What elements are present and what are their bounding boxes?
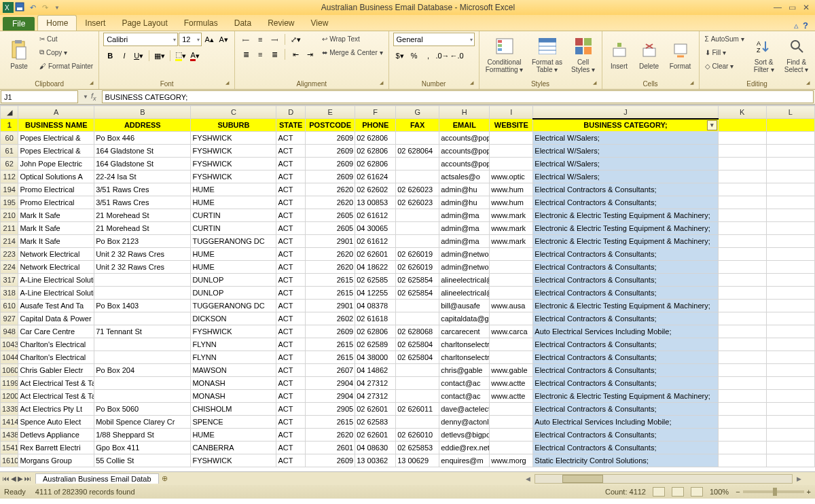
cell[interactable]: 04 12255 bbox=[355, 287, 396, 300]
new-sheet-icon[interactable]: ⊕ bbox=[162, 474, 168, 483]
cell[interactable]: 02 61612 bbox=[355, 235, 396, 248]
cell[interactable] bbox=[766, 325, 814, 338]
cell[interactable]: 13 00629 bbox=[396, 454, 439, 467]
cell[interactable]: Ausafe Test And Ta bbox=[18, 300, 94, 312]
cell[interactable]: Mark It Safe bbox=[18, 209, 94, 222]
cell[interactable] bbox=[718, 377, 766, 390]
hdr-category[interactable]: BUSINESS CATEGORY;▾ bbox=[533, 119, 718, 132]
sort-filter-button[interactable]: AZSort & Filter ▾ bbox=[750, 33, 778, 76]
comma-icon[interactable]: , bbox=[422, 49, 435, 62]
cell[interactable]: 2609 bbox=[306, 132, 355, 145]
cell[interactable] bbox=[766, 377, 814, 390]
cell[interactable]: 22-24 Isa St bbox=[94, 170, 191, 183]
cell[interactable]: www.hum bbox=[490, 196, 533, 209]
cell[interactable] bbox=[766, 300, 814, 312]
cell-category[interactable]: Auto Electrical Services Including Mobil… bbox=[533, 416, 718, 429]
cell[interactable] bbox=[718, 158, 766, 170]
cell[interactable]: 02 626019 bbox=[396, 248, 439, 261]
cell[interactable] bbox=[766, 416, 814, 429]
formula-bar[interactable]: BUSINESS CATEGORY; bbox=[102, 90, 814, 103]
cell[interactable]: A-Line Electrical Solutions bbox=[18, 287, 94, 300]
cell[interactable]: ACT bbox=[276, 403, 306, 416]
row-header[interactable]: 61 bbox=[1, 145, 18, 158]
row-header[interactable]: 1610 bbox=[1, 454, 18, 467]
cell[interactable]: ACT bbox=[276, 196, 306, 209]
cell[interactable]: 3/51 Raws Cres bbox=[94, 196, 191, 209]
row-header[interactable]: 224 bbox=[1, 261, 18, 274]
italic-icon[interactable]: I bbox=[117, 49, 131, 62]
cell[interactable] bbox=[490, 416, 533, 429]
cell[interactable]: ACT bbox=[276, 416, 306, 429]
cell[interactable] bbox=[766, 222, 814, 235]
cell[interactable] bbox=[490, 442, 533, 454]
tab-file[interactable]: File bbox=[3, 17, 35, 31]
cell-category[interactable]: Electrical W/Salers; bbox=[533, 170, 718, 183]
row-header[interactable]: 948 bbox=[1, 325, 18, 338]
hscroll-right-icon[interactable]: ▶ bbox=[797, 475, 801, 482]
cell[interactable] bbox=[766, 429, 814, 442]
cell[interactable]: ACT bbox=[276, 132, 306, 145]
cell-category[interactable]: Electrical Contractors & Consultants; bbox=[533, 274, 718, 287]
col-F[interactable]: F bbox=[355, 106, 396, 119]
cell[interactable]: 2609 bbox=[306, 158, 355, 170]
cell[interactable]: 04 08630 bbox=[355, 442, 396, 454]
cell[interactable] bbox=[718, 222, 766, 235]
cell[interactable] bbox=[766, 390, 814, 403]
decrease-decimal-icon[interactable]: ←.0 bbox=[450, 49, 464, 62]
cell[interactable] bbox=[766, 145, 814, 158]
cell[interactable] bbox=[766, 261, 814, 274]
cell[interactable]: 02 62601 bbox=[355, 403, 396, 416]
cell[interactable] bbox=[396, 209, 439, 222]
cell[interactable]: FYSHWICK bbox=[191, 170, 276, 183]
cell-category[interactable]: Electrical Contractors & Consultants; bbox=[533, 248, 718, 261]
cell[interactable]: Po Box 204 bbox=[94, 364, 191, 377]
cell[interactable]: 13 00853 bbox=[355, 196, 396, 209]
cell[interactable]: www.morg bbox=[490, 454, 533, 467]
cell[interactable]: 2615 bbox=[306, 274, 355, 287]
view-layout-icon[interactable] bbox=[672, 487, 684, 497]
cell-category[interactable]: Electrical Contractors & Consultants; bbox=[533, 261, 718, 274]
cell-category[interactable]: Electronic & Electric Testing Equipment … bbox=[533, 222, 718, 235]
tab-view[interactable]: View bbox=[303, 16, 337, 31]
cell[interactable]: HUME bbox=[191, 183, 276, 196]
cell[interactable]: Po Box 446 bbox=[94, 132, 191, 145]
qat-dropdown-icon[interactable]: ▼ bbox=[52, 2, 62, 13]
cell-category[interactable]: Static Electricity Control Solutions; bbox=[533, 454, 718, 467]
cell[interactable]: www.hum bbox=[490, 183, 533, 196]
cell[interactable]: 2615 bbox=[306, 338, 355, 351]
cell-category[interactable]: Electrical Contractors & Consultants; bbox=[533, 403, 718, 416]
cell[interactable] bbox=[718, 170, 766, 183]
cell[interactable]: 21 Morehead St bbox=[94, 222, 191, 235]
cell-category[interactable]: Electronic & Electric Testing Equipment … bbox=[533, 390, 718, 403]
cell[interactable]: 02 62806 bbox=[355, 325, 396, 338]
cell[interactable]: 2609 bbox=[306, 145, 355, 158]
help-icon[interactable]: ? bbox=[803, 20, 808, 31]
cell[interactable]: 02 626023 bbox=[396, 183, 439, 196]
cell[interactable] bbox=[718, 403, 766, 416]
cell[interactable]: Act Electrical Test & Tag bbox=[18, 390, 94, 403]
cell[interactable]: 04 38000 bbox=[355, 351, 396, 364]
row-header[interactable]: 1200 bbox=[1, 390, 18, 403]
cell[interactable]: FYSHWICK bbox=[191, 454, 276, 467]
col-J[interactable]: J bbox=[533, 106, 718, 119]
cell[interactable]: 02 61612 bbox=[355, 209, 396, 222]
hdr-website[interactable]: WEBSITE bbox=[490, 119, 533, 132]
view-normal-icon[interactable] bbox=[653, 487, 665, 497]
cell[interactable]: 02 62583 bbox=[355, 416, 396, 429]
cell[interactable]: 02 625854 bbox=[396, 274, 439, 287]
cell[interactable]: www.actte bbox=[490, 377, 533, 390]
cell[interactable] bbox=[490, 403, 533, 416]
number-format-combo[interactable]: General bbox=[393, 33, 475, 46]
cell[interactable] bbox=[718, 261, 766, 274]
hdr-fax[interactable]: FAX bbox=[396, 119, 439, 132]
cell[interactable]: 71 Tennant St bbox=[94, 325, 191, 338]
fill-color-icon[interactable]: ⬚▾ bbox=[174, 49, 187, 62]
cell[interactable]: Mobil Spence Clarey Cr bbox=[94, 416, 191, 429]
hscroll-left-icon[interactable]: ◀ bbox=[526, 475, 530, 482]
row-header[interactable]: 112 bbox=[1, 170, 18, 183]
cell[interactable]: ACT bbox=[276, 183, 306, 196]
cell[interactable] bbox=[766, 312, 814, 325]
zoom-out-icon[interactable]: − bbox=[736, 488, 740, 496]
cell[interactable] bbox=[766, 287, 814, 300]
cell[interactable]: 04 27312 bbox=[355, 390, 396, 403]
